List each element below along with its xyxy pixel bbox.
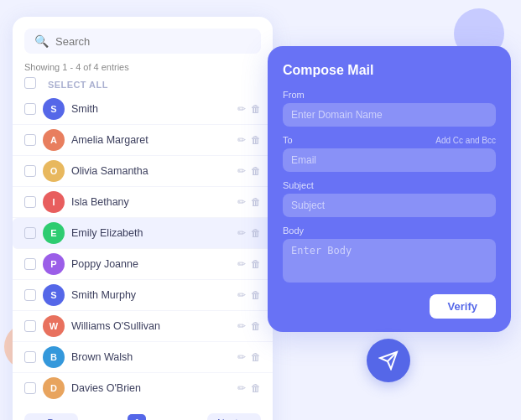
avatar: S bbox=[43, 98, 65, 120]
delete-icon[interactable]: 🗑 bbox=[251, 165, 261, 177]
pagination: ← Prev 1 2 Next → bbox=[13, 407, 273, 420]
compose-card: Compose Mail From To Add Cc and Bcc Subj… bbox=[268, 46, 511, 332]
avatar: S bbox=[43, 284, 65, 306]
contact-checkbox[interactable] bbox=[24, 196, 36, 208]
to-input[interactable] bbox=[283, 148, 496, 172]
page-numbers: 1 2 bbox=[128, 414, 157, 420]
contact-name: Smith bbox=[71, 103, 231, 115]
avatar: A bbox=[43, 129, 65, 151]
contact-name: Olivia Samantha bbox=[71, 165, 231, 177]
delete-icon[interactable]: 🗑 bbox=[251, 382, 261, 394]
send-icon bbox=[378, 350, 399, 371]
contact-name: Davies O'Brien bbox=[71, 382, 231, 394]
avatar: P bbox=[43, 253, 65, 275]
verify-button[interactable]: Verify bbox=[430, 294, 496, 319]
delete-icon[interactable]: 🗑 bbox=[251, 320, 261, 332]
contact-row[interactable]: W Williams O'Sullivan ✏ 🗑 bbox=[13, 311, 273, 342]
delete-icon[interactable]: 🗑 bbox=[251, 289, 261, 301]
contact-row[interactable]: A Amelia Margaret ✏ 🗑 bbox=[13, 125, 273, 156]
edit-icon[interactable]: ✏ bbox=[237, 320, 246, 332]
contacts-list: S Smith ✏ 🗑 A Amelia Margaret ✏ 🗑 O Oliv… bbox=[13, 94, 273, 403]
avatar: D bbox=[43, 377, 65, 399]
contact-checkbox[interactable] bbox=[24, 103, 36, 115]
body-label: Body bbox=[283, 226, 496, 236]
contact-checkbox[interactable] bbox=[24, 134, 36, 146]
contact-checkbox[interactable] bbox=[24, 351, 36, 363]
select-all-label: SELECT ALL bbox=[48, 80, 108, 90]
select-all-checkbox[interactable] bbox=[24, 77, 36, 89]
search-bar[interactable]: 🔍 bbox=[24, 29, 261, 54]
search-icon: 🔍 bbox=[34, 34, 49, 48]
contact-row[interactable]: D Davies O'Brien ✏ 🗑 bbox=[13, 373, 273, 403]
delete-icon[interactable]: 🗑 bbox=[251, 134, 261, 146]
contact-checkbox[interactable] bbox=[24, 289, 36, 301]
edit-icon[interactable]: ✏ bbox=[237, 258, 246, 270]
page-1-button[interactable]: 1 bbox=[128, 414, 146, 420]
avatar: O bbox=[43, 160, 65, 182]
row-actions: ✏ 🗑 bbox=[237, 103, 261, 115]
cc-bcc-label[interactable]: Add Cc and Bcc bbox=[435, 136, 496, 145]
subject-label: Subject bbox=[283, 180, 496, 190]
edit-icon[interactable]: ✏ bbox=[237, 382, 246, 394]
row-actions: ✏ 🗑 bbox=[237, 289, 261, 301]
edit-icon[interactable]: ✏ bbox=[237, 134, 246, 146]
compose-title: Compose Mail bbox=[283, 63, 496, 78]
contact-checkbox[interactable] bbox=[24, 227, 36, 239]
subject-input[interactable] bbox=[283, 194, 496, 217]
to-label-row: To Add Cc and Bcc bbox=[283, 135, 496, 145]
send-fab[interactable] bbox=[367, 339, 410, 382]
delete-icon[interactable]: 🗑 bbox=[251, 227, 261, 239]
page-2-button[interactable]: 2 bbox=[151, 417, 157, 421]
verify-row: Verify bbox=[283, 294, 496, 319]
contact-name: Smith Murphy bbox=[71, 289, 231, 301]
contact-name: Emily Elizabeth bbox=[71, 227, 231, 239]
row-actions: ✏ 🗑 bbox=[237, 258, 261, 270]
search-input[interactable] bbox=[55, 35, 251, 48]
from-label: From bbox=[283, 90, 496, 100]
prev-button[interactable]: ← Prev bbox=[24, 413, 78, 420]
from-input[interactable] bbox=[283, 103, 496, 127]
body-section: Body bbox=[283, 226, 496, 286]
delete-icon[interactable]: 🗑 bbox=[251, 258, 261, 270]
contact-row[interactable]: O Olivia Samantha ✏ 🗑 bbox=[13, 156, 273, 187]
contact-row[interactable]: P Poppy Joanne ✏ 🗑 bbox=[13, 249, 273, 280]
next-button[interactable]: Next → bbox=[207, 413, 261, 420]
contact-checkbox[interactable] bbox=[24, 165, 36, 177]
to-section: To Add Cc and Bcc bbox=[283, 135, 496, 172]
contact-checkbox[interactable] bbox=[24, 382, 36, 394]
edit-icon[interactable]: ✏ bbox=[237, 289, 246, 301]
contact-checkbox[interactable] bbox=[24, 320, 36, 332]
contacts-card: 🔍 Showing 1 - 4 of 4 entries SELECT ALL … bbox=[13, 17, 273, 420]
avatar: E bbox=[43, 222, 65, 244]
subject-section: Subject bbox=[283, 180, 496, 217]
row-actions: ✏ 🗑 bbox=[237, 351, 261, 363]
edit-icon[interactable]: ✏ bbox=[237, 103, 246, 115]
row-actions: ✏ 🗑 bbox=[237, 382, 261, 394]
delete-icon[interactable]: 🗑 bbox=[251, 103, 261, 115]
edit-icon[interactable]: ✏ bbox=[237, 227, 246, 239]
delete-icon[interactable]: 🗑 bbox=[251, 196, 261, 208]
to-label: To bbox=[283, 135, 293, 145]
contact-name: Isla Bethany bbox=[71, 196, 231, 208]
contact-row[interactable]: B Brown Walsh ✏ 🗑 bbox=[13, 342, 273, 373]
edit-icon[interactable]: ✏ bbox=[237, 165, 246, 177]
delete-icon[interactable]: 🗑 bbox=[251, 351, 261, 363]
contact-name: Amelia Margaret bbox=[71, 134, 231, 146]
row-actions: ✏ 🗑 bbox=[237, 165, 261, 177]
contact-row[interactable]: I Isla Bethany ✏ 🗑 bbox=[13, 187, 273, 218]
contact-row[interactable]: S Smith Murphy ✏ 🗑 bbox=[13, 280, 273, 311]
entries-label: Showing 1 - 4 of 4 entries bbox=[24, 62, 261, 72]
contact-row[interactable]: S Smith ✏ 🗑 bbox=[13, 94, 273, 125]
row-actions: ✏ 🗑 bbox=[237, 320, 261, 332]
contact-checkbox[interactable] bbox=[24, 258, 36, 270]
from-section: From bbox=[283, 90, 496, 127]
contact-row[interactable]: E Emily Elizabeth ✏ 🗑 bbox=[13, 218, 273, 249]
edit-icon[interactable]: ✏ bbox=[237, 196, 246, 208]
row-actions: ✏ 🗑 bbox=[237, 227, 261, 239]
row-actions: ✏ 🗑 bbox=[237, 196, 261, 208]
avatar: I bbox=[43, 191, 65, 213]
contact-name: Williams O'Sullivan bbox=[71, 320, 231, 332]
avatar: W bbox=[43, 315, 65, 337]
edit-icon[interactable]: ✏ bbox=[237, 351, 246, 363]
body-input[interactable] bbox=[283, 239, 496, 283]
